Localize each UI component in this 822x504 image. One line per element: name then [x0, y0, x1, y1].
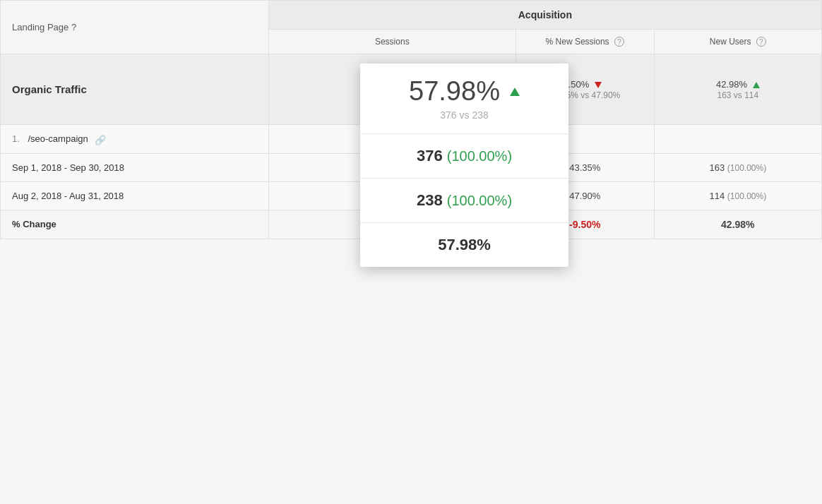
date2-new-users: 114 — [709, 191, 725, 201]
organic-new-users-value: 42.98% — [716, 79, 747, 90]
pct-change-new-users-value: 42.98% — [721, 219, 754, 230]
landing-page-label: Landing Page — [12, 22, 68, 32]
popup-row3-value-container: 57.98% — [377, 236, 552, 254]
acquisition-label: Acquisition — [518, 9, 572, 20]
organic-new-users-compare: 163 vs 114 — [717, 90, 758, 100]
date2-label: Aug 2, 2018 - Aug 31, 2018 — [12, 191, 124, 201]
pct-change-label-cell: % Change — [1, 210, 269, 239]
popup-up-arrow — [510, 88, 520, 96]
popup-row1-pct-text: (100.00%) — [447, 148, 512, 164]
pct-change-pct-new-sessions-value: -9.50% — [569, 219, 600, 230]
seo-link-icon: 🔗 — [95, 135, 105, 145]
seo-row-number: 1. — [12, 133, 20, 144]
organic-new-users-cell: 42.98% 163 vs 114 — [654, 54, 821, 125]
table-header-row: Landing Page ? Acquisition — [1, 1, 822, 30]
new-users-help-icon[interactable]: ? — [756, 37, 766, 47]
date2-new-users-pct: (100.00%) — [727, 191, 766, 201]
popup-row2-pct-text: (100.00%) — [447, 193, 512, 208]
pct-new-sessions-label: % New Sessions — [546, 37, 609, 47]
organic-pct-new-sessions-value: .50% — [568, 79, 590, 90]
popup-row2-value: 238 — [417, 191, 443, 209]
landing-page-header: Landing Page ? — [1, 1, 269, 54]
date2-label-cell: Aug 2, 2018 - Aug 31, 2018 — [1, 181, 269, 210]
popup-row3-value: 57.98% — [438, 236, 491, 253]
popup-row2-value-container: 238 (100.00%) — [377, 191, 552, 210]
date1-new-users-pct: (100.00%) — [727, 163, 766, 173]
popup-row1-value-container: 376 (100.00%) — [377, 147, 552, 165]
date1-new-users-cell: 163 (100.00%) — [654, 153, 821, 181]
seo-campaign-label: /seo-campaign — [28, 133, 88, 144]
date2-pct-new-sessions: 47.90% — [569, 191, 600, 201]
landing-page-help-icon[interactable]: ? — [71, 22, 76, 32]
popup-row2: 238 (100.00%) — [360, 179, 568, 223]
organic-traffic-label: Organic Traffic — [12, 83, 87, 95]
popup-row1-pct: (100.00%) — [447, 148, 512, 164]
new-users-label: New Users — [710, 37, 751, 47]
sessions-label: Sessions — [375, 37, 410, 47]
date1-new-users: 163 — [709, 162, 725, 173]
organic-new-users-up-arrow — [753, 82, 760, 88]
organic-pct-new-sessions-down-arrow — [595, 82, 602, 88]
pct-new-sessions-subheader: % New Sessions ? — [516, 30, 654, 54]
popup-sub-value: 376 vs 238 — [377, 109, 552, 121]
pct-change-label: % Change — [12, 219, 56, 229]
date2-new-users-cell: 114 (100.00%) — [654, 181, 821, 210]
seo-new-users-cell — [654, 125, 821, 154]
popup-row3: 57.98% — [360, 223, 568, 267]
acquisition-header: Acquisition — [268, 1, 821, 30]
popup-row1-value: 376 — [417, 147, 443, 164]
popup-main-value-container: 57.98% — [377, 76, 552, 107]
popup-main-percentage: 57.98% — [409, 76, 500, 107]
date1-label: Sep 1, 2018 - Sep 30, 2018 — [12, 162, 124, 173]
popup-row1: 376 (100.00%) — [360, 134, 568, 179]
sessions-tooltip-popup: 57.98% 376 vs 238 376 (100.00%) 238 (100… — [360, 64, 568, 267]
sessions-subheader: Sessions — [268, 30, 516, 54]
date1-pct-new-sessions: 43.35% — [569, 162, 600, 173]
popup-summary-row: 57.98% 376 vs 238 — [360, 64, 568, 134]
pct-change-new-users-cell: 42.98% — [654, 210, 821, 239]
organic-traffic-label-cell: Organic Traffic — [1, 54, 269, 125]
analytics-table: Landing Page ? Acquisition Sessions % Ne… — [0, 0, 822, 504]
pct-new-sessions-help-icon[interactable]: ? — [614, 37, 624, 47]
new-users-subheader: New Users ? — [654, 30, 821, 54]
popup-row2-pct: (100.00%) — [447, 193, 512, 208]
date1-label-cell: Sep 1, 2018 - Sep 30, 2018 — [1, 153, 269, 181]
seo-campaign-label-cell: 1. /seo-campaign 🔗 — [1, 125, 269, 154]
